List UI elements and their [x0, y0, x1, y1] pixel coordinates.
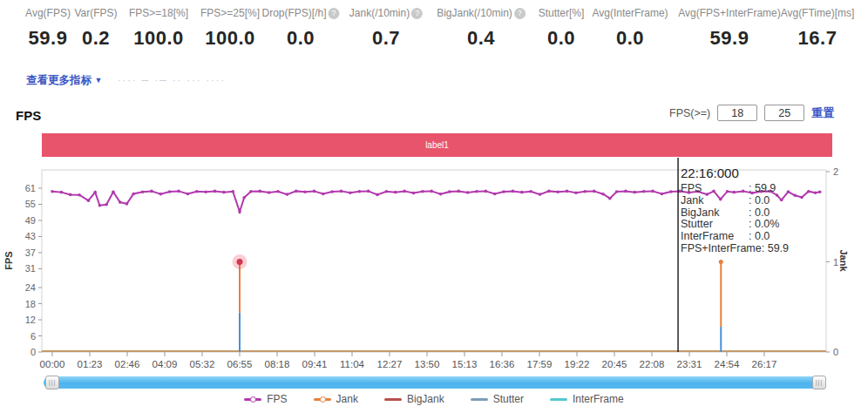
cropped-text-fragment: ···· ─ ·─ ·· ··· ····	[118, 75, 226, 85]
metric-label: BigJank(/10min)	[437, 7, 512, 19]
scene-label-banner[interactable]: label1	[42, 133, 832, 157]
svg-text:49: 49	[25, 215, 36, 226]
metric-label: FPS>=18[%]	[129, 7, 188, 19]
jank-series-swatch	[314, 398, 331, 401]
fps-threshold-filter: FPS(>=) 重置	[669, 105, 834, 121]
legend-item-stutter[interactable]: Stutter	[471, 393, 524, 405]
svg-text:31: 31	[25, 263, 36, 274]
svg-text:04:09: 04:09	[153, 359, 178, 369]
metric-avg-fps-interframe: Avg(FPS+InterFrame) 59.9	[678, 7, 780, 50]
metric-value: 0.4	[437, 27, 526, 50]
metric-avg-ftime: Avg(FTime)[ms] 16.7	[781, 7, 855, 50]
metric-jank: Jank(/10min)? 0.7	[349, 7, 423, 50]
interframe-series-swatch	[550, 398, 567, 401]
svg-text:20:45: 20:45	[602, 359, 627, 369]
chart-legend: FPS Jank BigJank Stutter InterFrame	[0, 393, 868, 405]
svg-text:55: 55	[25, 199, 36, 209]
reset-button[interactable]: 重置	[811, 105, 834, 121]
svg-text:08:18: 08:18	[265, 359, 290, 369]
scrollbar-left-handle[interactable]: |||	[45, 376, 59, 389]
svg-text:0: 0	[31, 347, 36, 357]
metric-avg-fps: Avg(FPS) 59.9	[25, 7, 71, 50]
legend-item-interframe[interactable]: InterFrame	[550, 393, 624, 405]
tooltip-row: FPS: 59.9	[681, 183, 846, 195]
metric-label: Avg(FTime)[ms]	[781, 7, 855, 19]
fps-series-swatch	[244, 398, 261, 401]
more-metrics-row: 查看更多指标 ▼ ···· ─ ·─ ·· ··· ····	[26, 73, 226, 88]
svg-text:17:59: 17:59	[527, 359, 553, 369]
svg-text:23:31: 23:31	[677, 359, 702, 369]
metric-value: 16.7	[781, 27, 855, 50]
stutter-series-swatch	[471, 398, 488, 401]
svg-text:22:08: 22:08	[640, 359, 665, 369]
metric-label: Avg(InterFrame)	[592, 7, 668, 19]
fps-threshold-input-high[interactable]	[764, 105, 804, 121]
series-marker-icon	[320, 396, 326, 403]
svg-text:05:32: 05:32	[190, 359, 215, 369]
tooltip-row: BigJank: 0.0	[681, 207, 846, 220]
metric-value: 0.7	[349, 27, 423, 50]
metric-value: 100.0	[200, 27, 260, 50]
tooltip-row: Jank: 0.0	[681, 195, 846, 207]
metric-label: Var(FPS)	[74, 7, 117, 19]
svg-text:02:46: 02:46	[115, 359, 140, 369]
bigjank-series-swatch	[384, 398, 402, 401]
scrollbar-right-handle[interactable]: |||	[812, 376, 826, 389]
help-icon[interactable]: ?	[329, 8, 340, 19]
more-metrics-link[interactable]: 查看更多指标	[26, 74, 92, 86]
svg-text:24:54: 24:54	[715, 359, 740, 369]
svg-text:09:41: 09:41	[302, 359, 328, 369]
help-icon[interactable]: ?	[514, 8, 526, 19]
svg-text:24: 24	[25, 282, 36, 293]
metric-value: 0.2	[74, 27, 117, 50]
metric-var-fps: Var(FPS) 0.2	[74, 7, 117, 50]
metric-stutter: Stutter[%] 0.0	[539, 7, 585, 50]
metric-label: FPS>=25[%]	[200, 7, 260, 19]
series-marker-icon	[250, 396, 256, 403]
legend-item-fps[interactable]: FPS	[244, 393, 287, 405]
svg-text:0: 0	[833, 347, 838, 357]
chart-tooltip: 22:16:000 FPS: 59.9 Jank: 0.0 BigJank: 0…	[681, 166, 846, 255]
fps-threshold-label: FPS(>=)	[669, 107, 710, 119]
metric-drop-fps: Drop(FPS)[/h]? 0.0	[261, 7, 339, 50]
svg-text:00:00: 00:00	[40, 359, 65, 369]
legend-item-jank[interactable]: Jank	[314, 393, 358, 405]
help-icon[interactable]: ?	[411, 8, 423, 19]
tooltip-row: Stutter: 0.0%	[681, 219, 846, 231]
svg-text:19:22: 19:22	[565, 359, 590, 369]
chevron-down-icon[interactable]: ▼	[94, 76, 102, 85]
metric-value: 59.9	[678, 27, 780, 50]
metric-value: 59.9	[25, 27, 71, 50]
fps-threshold-input-low[interactable]	[717, 105, 757, 121]
svg-text:43: 43	[25, 231, 36, 241]
svg-text:01:23: 01:23	[78, 359, 103, 369]
svg-text:12:27: 12:27	[377, 359, 403, 369]
metric-fps-ge-25: FPS>=25[%] 100.0	[200, 7, 260, 50]
svg-text:12: 12	[25, 315, 36, 325]
metric-bigjank: BigJank(/10min)? 0.4	[437, 7, 526, 50]
svg-text:37: 37	[25, 247, 36, 258]
metric-label: Jank(/10min)	[349, 7, 410, 19]
metric-avg-interframe: Avg(InterFrame) 0.0	[592, 7, 668, 50]
svg-text:26:17: 26:17	[752, 359, 777, 369]
svg-text:16:36: 16:36	[490, 359, 515, 369]
metric-value: 0.0	[539, 27, 585, 50]
scrollbar-fill[interactable]	[44, 376, 826, 389]
metric-value: 0.0	[261, 27, 339, 50]
fps-section-title: FPS	[16, 108, 41, 123]
metric-label: Avg(FPS)	[25, 7, 71, 19]
svg-text:13:50: 13:50	[415, 359, 440, 369]
scene-label-text: label1	[425, 140, 449, 150]
left-axis-title: FPS	[3, 251, 14, 269]
tooltip-row: FPS+InterFrame: 59.9	[681, 243, 846, 255]
metric-fps-ge-18: FPS>=18[%] 100.0	[129, 7, 188, 50]
metric-value: 0.0	[592, 27, 668, 50]
svg-text:11:04: 11:04	[340, 359, 365, 369]
chart-range-scrollbar[interactable]: ||| |||	[42, 376, 828, 389]
metric-label: Drop(FPS)[/h]	[261, 7, 326, 19]
svg-text:61: 61	[25, 183, 36, 193]
metric-value: 100.0	[129, 27, 188, 50]
svg-text:6: 6	[31, 331, 36, 342]
legend-item-bigjank[interactable]: BigJank	[384, 393, 444, 405]
metric-label: Avg(FPS+InterFrame)	[678, 7, 780, 19]
